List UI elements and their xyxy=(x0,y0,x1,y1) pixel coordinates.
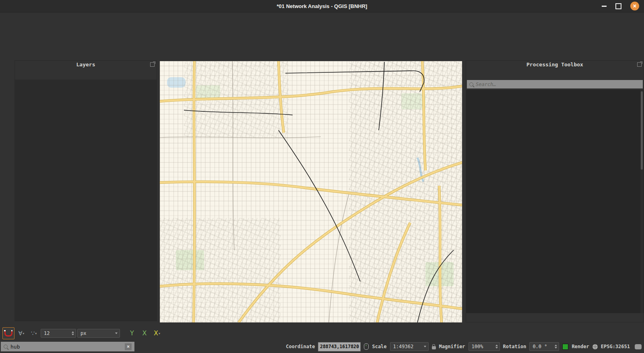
rotation-spin[interactable]: 0.0 ° xyxy=(529,342,559,351)
combo-caret-icon xyxy=(115,332,118,334)
coordinate-value: 288743,1617820 xyxy=(320,344,359,349)
toolbar-row-1 xyxy=(0,20,644,33)
coordinate-input[interactable]: 288743,1617820 xyxy=(318,342,361,351)
rotation-label: Rotation xyxy=(503,344,526,349)
snapping-toolbar: ∀▾ ∵▾ 12 px Y X X▾ xyxy=(2,327,163,339)
minimize-button[interactable] xyxy=(602,6,607,7)
map-canvas[interactable] xyxy=(160,61,462,322)
messages-button[interactable] xyxy=(635,344,642,349)
combo-caret-icon xyxy=(424,346,426,347)
toolbar-row-3 xyxy=(0,47,644,60)
snapping-type-button[interactable]: ∵▾ xyxy=(29,328,39,339)
units-value: px xyxy=(80,330,86,336)
magnet-icon xyxy=(4,330,12,337)
lock-scale-icon[interactable] xyxy=(432,346,436,349)
layers-panel-title-text: Layers xyxy=(76,62,95,68)
menubar xyxy=(0,12,644,20)
window-controls xyxy=(602,0,639,12)
locator-search-input[interactable]: hub xyxy=(1,342,134,351)
magnifier-value: 100% xyxy=(472,344,483,349)
scale-value: 1:49362 xyxy=(393,344,414,349)
undock-icon[interactable] xyxy=(150,62,155,67)
snapping-mode-button[interactable]: ∀▾ xyxy=(16,328,27,339)
snapping-units-combo[interactable]: px xyxy=(77,329,120,338)
spinner-arrows-icon[interactable] xyxy=(69,331,74,335)
locator-value: hub xyxy=(10,344,20,350)
snapping-intersection-button[interactable]: X xyxy=(139,328,150,339)
toolbox-title-text: Processing Toolbox xyxy=(526,62,583,68)
render-checkbox[interactable] xyxy=(562,344,568,350)
left-toolbar xyxy=(0,60,14,325)
magnifier-spin[interactable]: 100% xyxy=(469,342,500,351)
toolbox-title: Processing Toolbox xyxy=(466,61,644,69)
maximize-button[interactable] xyxy=(615,3,621,9)
search-icon xyxy=(469,82,473,86)
close-button[interactable] xyxy=(630,2,639,10)
spinner-arrows-icon[interactable] xyxy=(552,345,557,349)
titlebar: *01 Network Analysis - QGIS [BNHR] xyxy=(0,0,644,12)
layer-tree xyxy=(15,80,157,321)
toolbox-search-input[interactable]: Search… xyxy=(467,80,643,88)
crs-status[interactable]: EPSG:32651 xyxy=(601,344,630,349)
coordinate-label: Coordinate xyxy=(286,344,315,349)
dock-tabs-right xyxy=(466,313,644,322)
bottom-bar: ∀▾ ∵▾ 12 px Y X X▾ hub Coordinate 288743… xyxy=(0,322,644,353)
toolbox-scrollbar[interactable] xyxy=(640,90,643,313)
status-bar: Coordinate 288743,1617820 Scale 1:49362 … xyxy=(286,342,642,351)
scale-combo[interactable]: 1:49362 xyxy=(390,342,429,351)
scale-label: Scale xyxy=(372,344,386,349)
scrollbar-thumb[interactable] xyxy=(641,91,643,170)
extents-icon[interactable] xyxy=(364,343,369,350)
tolerance-value: 12 xyxy=(44,330,50,336)
self-snapping-button[interactable]: X▾ xyxy=(152,328,162,339)
spinner-arrows-icon[interactable] xyxy=(493,345,498,349)
toolbar-row-2 xyxy=(0,33,644,46)
window-title: *01 Network Analysis - QGIS [BNHR] xyxy=(0,3,644,9)
crs-globe-icon xyxy=(592,344,598,349)
search-icon xyxy=(4,345,8,349)
layers-panel-toolbar xyxy=(15,69,157,79)
search-placeholder: Search… xyxy=(476,82,496,87)
snapping-toggle-button[interactable] xyxy=(2,327,14,339)
layers-panel: Layers xyxy=(14,60,157,321)
processing-toolbox-panel: Processing Toolbox Search… xyxy=(466,60,644,322)
topological-editing-button[interactable]: Y xyxy=(127,328,137,339)
clear-icon[interactable] xyxy=(125,343,132,350)
magnifier-label: Magnifier xyxy=(439,344,465,349)
render-label: Render xyxy=(572,344,589,349)
toolbox-toolbar xyxy=(466,69,644,79)
algorithm-tree xyxy=(466,90,644,313)
layers-panel-title: Layers xyxy=(15,61,157,69)
snapping-tolerance-spin[interactable]: 12 xyxy=(41,329,76,338)
rotation-value: 0.0 ° xyxy=(533,344,547,349)
undock-icon[interactable] xyxy=(637,62,642,67)
